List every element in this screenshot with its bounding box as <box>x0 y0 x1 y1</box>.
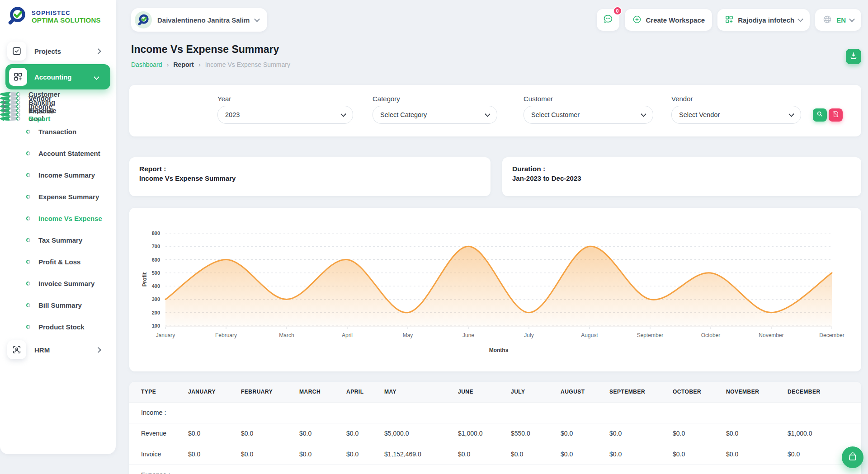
category-select[interactable]: Select Category <box>373 106 497 124</box>
sidebar-item-product-stock[interactable]: Product Stock <box>0 316 116 338</box>
chevron-down-icon <box>788 111 794 117</box>
column-header: MARCH <box>299 382 346 402</box>
search-icon <box>816 110 824 120</box>
workspace-grid-icon <box>725 15 734 25</box>
svg-text:January: January <box>156 332 175 338</box>
vendor-label: Vendor <box>671 95 693 103</box>
breadcrumb-separator: › <box>198 61 201 68</box>
profit-chart-card: 100200300400500600700800JanuaryFebruaryM… <box>129 208 861 371</box>
messages-button[interactable]: 0 <box>597 9 619 31</box>
sidebar-item-invoice-summary[interactable]: Invoice Summary <box>0 272 116 294</box>
column-header: JANUARY <box>188 382 241 402</box>
sidebar-item-income-summary[interactable]: Income Summary <box>0 164 116 186</box>
workspace-switcher[interactable]: Rajodiya infotech <box>717 9 810 31</box>
sidebar-item-expense[interactable]: Expense <box>0 108 20 113</box>
svg-text:Profit: Profit <box>142 272 148 286</box>
topbar-actions: 0 Create Workspace Rajodiya infotech EN <box>597 9 862 31</box>
sidebar-item-profit-loss[interactable]: Profit & Loss <box>0 251 116 272</box>
bullet-icon <box>16 117 20 121</box>
bullet-icon <box>26 325 30 329</box>
sidebar-item-account-statement[interactable]: Account Statement <box>0 142 116 164</box>
breadcrumb-report[interactable]: Report <box>174 61 194 68</box>
sidebar-item-bill-summary[interactable]: Bill Summary <box>0 294 116 316</box>
create-workspace-button[interactable]: Create Workspace <box>625 9 712 31</box>
sidebar-item-transaction[interactable]: Transaction <box>0 121 116 142</box>
user-menu[interactable]: Daivalentineno Janitra Salim <box>131 8 267 32</box>
sidebar-item-report[interactable]: Report <box>0 117 20 121</box>
sidebar-item-label: Projects <box>34 47 61 55</box>
filter-panel: Year Category Customer Vendor 2023 Selec… <box>129 85 861 136</box>
bullet-icon <box>26 238 30 242</box>
column-header: TYPE <box>129 382 188 402</box>
year-select-value: 2023 <box>225 111 240 118</box>
column-header: OCTOBER <box>672 382 726 402</box>
svg-text:May: May <box>403 332 413 338</box>
svg-text:500: 500 <box>152 270 160 276</box>
sidebar-item-accounting[interactable]: Accounting <box>5 64 110 89</box>
year-label: Year <box>217 95 231 103</box>
logo[interactable]: SOPHISTEC OPTIMA SOLUTIONS <box>6 5 101 28</box>
sidebar-item-tax-summary[interactable]: Tax Summary <box>0 229 116 251</box>
table-row: Revenue$0.0$0.0$0.0$0.0$5,000.0$1,000.0$… <box>129 423 861 444</box>
income-expense-table-card: TYPEJANUARYFEBRUARYMARCHAPRILMAYJUNEJULY… <box>129 382 861 474</box>
chevron-down-icon <box>485 111 491 117</box>
svg-text:October: October <box>701 332 721 338</box>
chevron-right-icon <box>95 347 101 353</box>
column-header: JUNE <box>458 382 510 402</box>
create-workspace-label: Create Workspace <box>646 16 705 24</box>
year-select[interactable]: 2023 <box>217 106 353 124</box>
chevron-down-icon <box>254 16 260 22</box>
reset-filter-button[interactable] <box>829 108 843 122</box>
shop-fab-button[interactable] <box>842 446 863 468</box>
checkbox-icon <box>7 42 26 61</box>
table-row: Invoice$0.0$0.0$0.0$0.0$1,152,469.0$0.0$… <box>129 444 861 465</box>
language-switcher[interactable]: EN <box>815 9 861 31</box>
report-summary-card: Report : Income Vs Expense Summary <box>129 157 491 196</box>
download-report-button[interactable] <box>846 49 861 64</box>
sidebar-item-income-vs-expense[interactable]: Income Vs Expense <box>0 207 116 229</box>
svg-text:June: June <box>462 332 474 338</box>
sidebar-item-hrm[interactable]: HRM <box>0 338 116 362</box>
chevron-right-icon <box>95 48 101 54</box>
chevron-down-icon <box>849 16 855 22</box>
svg-text:800: 800 <box>152 230 160 236</box>
profit-chart-svg: 100200300400500600700800JanuaryFebruaryM… <box>129 215 861 364</box>
chevron-down-icon <box>340 111 346 117</box>
bullet-icon <box>16 96 20 100</box>
grid-plus-icon <box>9 68 27 86</box>
chevron-down-icon <box>797 16 803 22</box>
table-header-row: TYPEJANUARYFEBRUARYMARCHAPRILMAYJUNEJULY… <box>129 382 861 402</box>
sidebar-item-customer[interactable]: Customer <box>0 92 20 96</box>
vendor-select[interactable]: Select Vendor <box>671 106 801 124</box>
customer-select[interactable]: Select Customer <box>524 106 653 124</box>
column-header: JULY <box>510 382 560 402</box>
svg-text:700: 700 <box>152 244 160 249</box>
bullet-icon <box>26 282 30 286</box>
svg-text:600: 600 <box>152 257 160 263</box>
column-header: FEBRUARY <box>241 382 299 402</box>
sidebar-item-label: Expense Summary <box>38 193 99 201</box>
sidebar: SOPHISTEC OPTIMA SOLUTIONS ProjectsAccou… <box>0 0 116 474</box>
sidebar-item-expense-summary[interactable]: Expense Summary <box>0 186 116 207</box>
bullet-icon <box>16 104 20 108</box>
user-focus-icon <box>7 340 26 359</box>
apply-filter-button[interactable] <box>813 108 827 122</box>
reset-filter-icon <box>832 110 840 120</box>
sidebar-item-label: Income Summary <box>38 171 95 179</box>
sidebar-item-projects[interactable]: Projects <box>0 39 116 63</box>
column-header: MAY <box>384 382 458 402</box>
sidebar-item-label: Accounting <box>34 73 72 81</box>
svg-text:400: 400 <box>152 283 160 289</box>
svg-text:February: February <box>215 332 237 338</box>
customer-label: Customer <box>524 95 553 103</box>
duration-summary-card: Duration : Jan-2023 to Dec-2023 <box>502 157 861 196</box>
sidebar-item-label: Bill Summary <box>38 301 82 309</box>
duration-label: Duration : <box>512 165 851 173</box>
brand-name: SOPHISTEC <box>32 9 101 16</box>
breadcrumb-dashboard[interactable]: Dashboard <box>131 61 162 68</box>
column-header: SEPTEMBER <box>609 382 672 402</box>
category-select-value: Select Category <box>380 111 427 118</box>
bullet-icon <box>16 113 20 117</box>
svg-text:200: 200 <box>152 310 160 315</box>
bullet-icon <box>26 303 30 307</box>
